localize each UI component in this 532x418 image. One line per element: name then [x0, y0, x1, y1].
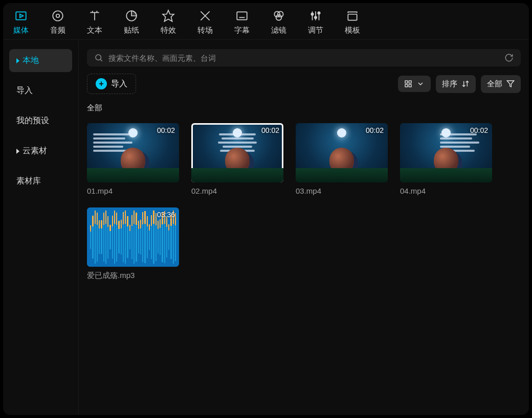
- top-tab-label: 调节: [308, 26, 323, 35]
- sort-icon: [461, 80, 470, 88]
- top-tab-media[interactable]: 媒体: [13, 9, 29, 35]
- sidebar-item-label: 本地: [23, 55, 39, 66]
- duration-badge: 00:02: [366, 126, 384, 134]
- video-thumbnail[interactable]: 00:02: [191, 123, 283, 182]
- top-tab-label: 文本: [87, 26, 102, 35]
- search-icon: [94, 53, 103, 62]
- effects-icon: [162, 9, 175, 22]
- sort-label: 排序: [442, 79, 457, 89]
- top-tab-transition[interactable]: 转场: [197, 9, 213, 35]
- media-card[interactable]: 00:0204.mp4: [400, 123, 492, 195]
- top-tab-audio[interactable]: 音频: [50, 9, 65, 35]
- sidebar-item-label: 云素材: [23, 146, 47, 156]
- filter-icon: [272, 9, 285, 22]
- subtitle-icon: [235, 9, 249, 22]
- duration-badge: 00:02: [157, 126, 175, 134]
- top-tab-label: 贴纸: [124, 26, 139, 35]
- sidebar-item-label: 素材库: [16, 176, 41, 187]
- svg-point-13: [278, 11, 283, 17]
- top-tab-sticker[interactable]: 贴纸: [124, 9, 139, 35]
- sidebar: 本地导入我的预设云素材素材库: [3, 40, 79, 415]
- sidebar-item-label: 导入: [16, 85, 33, 96]
- media-filename: 03.mp4: [296, 187, 388, 195]
- svg-marker-9: [163, 10, 174, 21]
- svg-rect-21: [348, 14, 357, 20]
- media-grid: 00:0201.mp400:0202.mp400:0203.mp400:0204…: [87, 123, 521, 281]
- top-tab-filter[interactable]: 滤镜: [271, 9, 286, 35]
- top-tab-bar: 媒体音频文本贴纸特效转场字幕滤镜调节模板: [3, 3, 529, 40]
- ground-graphic: [296, 168, 388, 182]
- chevron-down-icon: [416, 80, 425, 88]
- top-tab-label: 特效: [161, 26, 176, 35]
- plus-icon: +: [96, 78, 107, 89]
- svg-rect-0: [16, 12, 26, 19]
- top-tab-label: 滤镜: [271, 26, 286, 35]
- search-bar: [87, 49, 521, 66]
- section-label: 全部: [87, 103, 521, 113]
- ground-graphic: [87, 168, 179, 182]
- filter-button[interactable]: 全部: [481, 75, 521, 93]
- duration-badge: 00:02: [470, 126, 488, 134]
- video-thumbnail[interactable]: 00:02: [296, 123, 388, 182]
- sidebar-item-presets[interactable]: 我的预设: [9, 109, 72, 132]
- top-tab-effects[interactable]: 特效: [161, 9, 176, 35]
- media-card[interactable]: 00:0201.mp4: [87, 123, 179, 195]
- svg-line-23: [100, 59, 102, 61]
- top-tab-adjust[interactable]: 调节: [308, 9, 323, 35]
- chevron-right-icon: [16, 58, 19, 63]
- duration-badge: 00:02: [261, 126, 279, 134]
- grid-icon: [404, 80, 412, 88]
- import-button[interactable]: + 导入: [87, 74, 136, 94]
- template-icon: [346, 9, 359, 22]
- text-icon: [88, 9, 101, 22]
- media-icon: [14, 9, 28, 22]
- transition-icon: [198, 9, 212, 22]
- svg-rect-26: [405, 84, 408, 87]
- sidebar-item-library[interactable]: 素材库: [9, 170, 72, 193]
- media-filename: 02.mp4: [191, 187, 283, 195]
- top-tab-label: 转场: [197, 26, 213, 35]
- svg-point-14: [276, 15, 282, 20]
- sort-button[interactable]: 排序: [436, 75, 476, 93]
- svg-point-22: [96, 55, 101, 60]
- ground-graphic: [191, 168, 283, 182]
- refresh-icon[interactable]: [504, 53, 514, 62]
- top-tab-template[interactable]: 模板: [345, 9, 360, 35]
- duration-badge: 03:36: [157, 211, 175, 219]
- top-tab-label: 字幕: [234, 26, 250, 35]
- video-thumbnail[interactable]: 00:02: [87, 123, 179, 182]
- video-thumbnail[interactable]: 00:02: [400, 123, 492, 182]
- sticker-icon: [125, 9, 138, 22]
- svg-point-16: [311, 13, 313, 15]
- svg-rect-10: [237, 12, 247, 19]
- view-mode-button[interactable]: [398, 76, 431, 92]
- audio-thumbnail[interactable]: 03:36: [87, 207, 179, 267]
- media-filename: 01.mp4: [87, 187, 179, 195]
- media-card[interactable]: 00:0203.mp4: [296, 123, 388, 195]
- import-label: 导入: [111, 79, 127, 89]
- search-input[interactable]: [108, 54, 499, 62]
- sidebar-item-import[interactable]: 导入: [9, 79, 72, 102]
- svg-marker-1: [20, 14, 24, 18]
- top-tab-text[interactable]: 文本: [87, 9, 102, 35]
- toolbar: + 导入 排序 全部: [87, 74, 521, 94]
- svg-rect-24: [405, 81, 408, 83]
- chevron-right-icon: [16, 149, 19, 154]
- media-card[interactable]: 00:0202.mp4: [191, 123, 283, 195]
- sidebar-item-local[interactable]: 本地: [9, 49, 72, 72]
- svg-point-3: [56, 14, 60, 18]
- top-tab-label: 模板: [345, 26, 360, 35]
- sidebar-item-cloud[interactable]: 云素材: [9, 140, 72, 162]
- moon-graphic: [337, 128, 346, 137]
- svg-point-18: [315, 16, 317, 18]
- svg-rect-27: [409, 84, 411, 87]
- top-tab-subtitle[interactable]: 字幕: [234, 9, 250, 35]
- svg-point-20: [318, 12, 320, 14]
- adjust-icon: [309, 9, 322, 22]
- media-card[interactable]: 03:36爱已成殇.mp3: [87, 207, 179, 281]
- ground-graphic: [400, 168, 492, 182]
- svg-marker-30: [507, 81, 514, 87]
- media-filename: 04.mp4: [400, 187, 492, 195]
- top-tab-label: 媒体: [13, 26, 29, 35]
- audio-icon: [51, 9, 64, 22]
